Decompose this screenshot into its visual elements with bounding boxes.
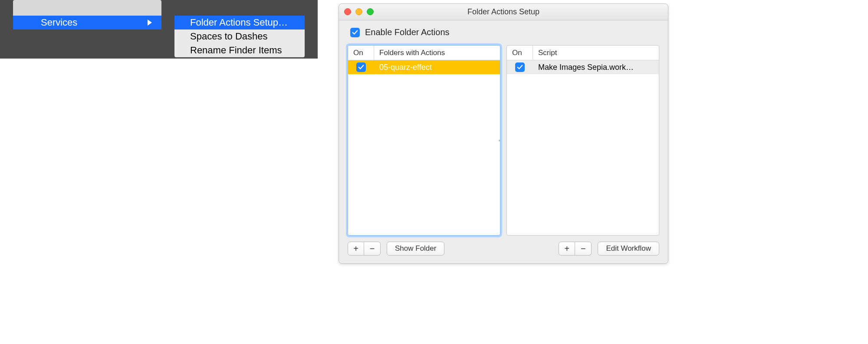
- enable-folder-actions-label: Enable Folder Actions: [365, 27, 450, 37]
- folders-col-on[interactable]: On: [348, 46, 374, 60]
- context-menu-left: Services: [0, 0, 174, 59]
- edit-workflow-label: Edit Workflow: [606, 244, 651, 253]
- scripts-col-on[interactable]: On: [507, 46, 533, 60]
- context-menu-top-strip: [13, 0, 161, 16]
- scripts-row-name: Make Images Sepia.work…: [533, 63, 659, 72]
- window-footer: + − Show Folder + − Edit Workflow: [348, 242, 659, 256]
- submenu-item-label: Folder Actions Setup…: [190, 17, 288, 28]
- minus-icon: −: [370, 244, 375, 254]
- traffic-lights: [344, 8, 374, 15]
- folders-row-checkbox[interactable]: [356, 62, 366, 72]
- submenu-item-label: Spaces to Dashes: [190, 31, 268, 42]
- folders-list-header: On Folders with Actions: [348, 46, 500, 60]
- scripts-row-on-cell: [507, 62, 533, 72]
- folders-add-button[interactable]: +: [348, 242, 364, 256]
- folders-row-name: 05-quarz-effect: [374, 63, 500, 72]
- submenu-item-rename-finder-items[interactable]: Rename Finder Items: [174, 43, 305, 57]
- close-icon[interactable]: [344, 8, 351, 15]
- scripts-list[interactable]: On Script Make Images Sepia.work…: [506, 45, 659, 236]
- plus-icon: +: [353, 244, 358, 254]
- folders-row[interactable]: 05-quarz-effect: [348, 60, 500, 74]
- folders-list[interactable]: On Folders with Actions 05-quarz-effect: [348, 45, 500, 236]
- scripts-row[interactable]: Make Images Sepia.work…: [507, 60, 659, 74]
- scripts-add-remove: + −: [559, 242, 592, 256]
- scripts-col-name[interactable]: Script: [533, 46, 659, 60]
- submenu-item-label: Rename Finder Items: [190, 45, 282, 56]
- folders-remove-button[interactable]: −: [364, 242, 381, 256]
- minus-icon: −: [581, 244, 586, 254]
- services-submenu: Folder Actions Setup… Spaces to Dashes R…: [174, 16, 305, 57]
- menu-item-services[interactable]: Services: [13, 16, 161, 29]
- menu-item-services-label: Services: [41, 17, 77, 28]
- window-body: Enable Folder Actions On Folders with Ac…: [339, 20, 668, 263]
- list-resize-handle[interactable]: [497, 136, 500, 145]
- submenu-arrow-icon: [148, 20, 152, 26]
- scripts-add-button[interactable]: +: [559, 242, 575, 256]
- context-menu: Services Folder Actions Setup… Spaces to…: [0, 0, 318, 59]
- enable-folder-actions-row: Enable Folder Actions: [350, 27, 659, 37]
- folders-col-name[interactable]: Folders with Actions: [374, 46, 500, 60]
- folders-add-remove: + −: [348, 242, 381, 256]
- lists-container: On Folders with Actions 05-quarz-effect: [348, 45, 659, 236]
- zoom-icon[interactable]: [367, 8, 374, 15]
- grip-dot-icon: [499, 140, 500, 141]
- titlebar[interactable]: Folder Actions Setup: [339, 4, 668, 20]
- minimize-icon[interactable]: [355, 8, 362, 15]
- show-folder-button[interactable]: Show Folder: [387, 242, 444, 256]
- scripts-remove-button[interactable]: −: [575, 242, 592, 256]
- plus-icon: +: [565, 244, 570, 254]
- edit-workflow-button[interactable]: Edit Workflow: [598, 242, 659, 256]
- window-title: Folder Actions Setup: [467, 7, 539, 16]
- footer-spacer: [450, 242, 552, 256]
- submenu-item-folder-actions-setup[interactable]: Folder Actions Setup…: [174, 16, 305, 29]
- check-icon: [352, 29, 358, 36]
- submenu-item-spaces-to-dashes[interactable]: Spaces to Dashes: [174, 29, 305, 43]
- enable-folder-actions-checkbox[interactable]: [350, 28, 360, 37]
- show-folder-label: Show Folder: [395, 244, 436, 253]
- check-icon: [517, 64, 523, 70]
- folder-actions-window: Folder Actions Setup Enable Folder Actio…: [339, 3, 668, 264]
- scripts-row-checkbox[interactable]: [515, 62, 525, 72]
- folders-row-on-cell: [348, 62, 374, 72]
- scripts-list-header: On Script: [507, 46, 659, 60]
- check-icon: [358, 64, 364, 70]
